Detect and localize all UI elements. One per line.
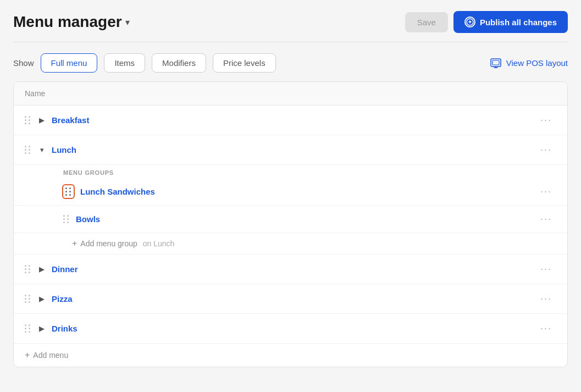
drag-dot	[25, 301, 26, 303]
menu-row-dinner: ▶ Dinner ···	[14, 255, 567, 284]
drag-dot	[63, 218, 65, 220]
filter-modifiers[interactable]: Modifiers	[152, 53, 206, 73]
plus-icon: +	[72, 239, 77, 249]
add-menu-row[interactable]: + Add menu	[14, 344, 567, 367]
upload-icon	[464, 16, 475, 27]
more-menu-dinner[interactable]: ···	[536, 261, 556, 277]
toolbar: Show Full menu Items Modifiers Price lev…	[13, 53, 568, 73]
more-menu-breakfast[interactable]: ···	[536, 112, 556, 128]
drag-dot	[25, 272, 26, 273]
publish-button[interactable]: Publish all changes	[453, 11, 568, 33]
drag-dot	[29, 123, 30, 124]
group-name-lunch-sandwiches[interactable]: Lunch Sandwiches	[80, 187, 536, 196]
expand-icon-drinks[interactable]: ▶	[36, 323, 47, 334]
drag-handle-pizza[interactable]	[25, 295, 31, 303]
menu-row-lunch: ▾ Lunch ···	[14, 135, 567, 165]
drag-dot	[67, 218, 69, 220]
drag-dot	[25, 268, 26, 270]
drag-dot	[25, 328, 26, 329]
menu-name-pizza[interactable]: Pizza	[52, 294, 536, 303]
expand-icon-lunch[interactable]: ▾	[36, 145, 47, 156]
drag-dot	[25, 295, 26, 296]
drag-dot	[25, 123, 26, 124]
header-actions: Save Publish all changes	[405, 11, 568, 33]
drag-dot	[25, 152, 26, 154]
filter-full-menu[interactable]: Full menu	[41, 53, 98, 73]
group-name-bowls[interactable]: Bowls	[76, 214, 536, 224]
menu-row-breakfast: ▶ Breakfast ···	[14, 106, 567, 135]
drag-dot	[63, 215, 65, 217]
drag-dot	[29, 295, 30, 296]
main-card: Name ▶ Breakfast ···	[13, 81, 568, 367]
save-button[interactable]: Save	[405, 12, 448, 32]
filter-price-levels[interactable]: Price levels	[213, 53, 276, 73]
more-group-bowls[interactable]: ···	[536, 211, 556, 227]
name-column-header: Name	[25, 89, 45, 98]
menu-row-pizza: ▶ Pizza ···	[14, 284, 567, 314]
add-menu-label: Add menu	[33, 351, 68, 360]
more-group-lunch-sandwiches[interactable]: ···	[536, 184, 556, 200]
drag-dot	[29, 272, 30, 273]
menu-name-lunch[interactable]: Lunch	[52, 145, 536, 154]
drag-dot	[25, 116, 26, 118]
drag-dot	[29, 331, 30, 333]
drag-dot	[29, 301, 30, 303]
filter-items[interactable]: Items	[104, 53, 145, 73]
view-pos-button[interactable]: View POS layout	[490, 57, 568, 69]
menu-name-dinner[interactable]: Dinner	[52, 264, 536, 274]
drag-dot	[69, 191, 71, 192]
drag-dot	[25, 265, 26, 267]
drag-handle-dinner[interactable]	[25, 265, 31, 273]
drag-handle-breakfast[interactable]	[25, 116, 31, 124]
drag-dot	[29, 265, 30, 267]
drag-handle-lunch[interactable]	[25, 146, 31, 154]
drag-handle-bowls[interactable]	[63, 215, 69, 223]
drag-dot	[69, 194, 71, 196]
drag-dot	[29, 328, 30, 329]
drag-grid	[25, 146, 31, 154]
drag-dot	[29, 268, 30, 270]
add-menu-group-row[interactable]: + Add menu group on Lunch	[14, 233, 567, 255]
drag-dot	[25, 324, 26, 326]
group-row-lunch-sandwiches: Lunch Sandwiches ···	[14, 178, 567, 206]
drag-dot	[65, 187, 67, 189]
drag-dot	[25, 146, 26, 147]
expand-icon-breakfast[interactable]: ▶	[36, 115, 47, 126]
add-group-on-label: on Lunch	[141, 239, 175, 248]
drag-dot	[65, 194, 67, 196]
drag-dot	[29, 149, 30, 151]
drag-handle-drinks[interactable]	[25, 324, 31, 333]
chevron-down-icon[interactable]: ▾	[125, 17, 130, 27]
expand-icon-dinner[interactable]: ▶	[36, 264, 47, 275]
title-area: Menu manager ▾	[13, 13, 130, 31]
more-menu-lunch[interactable]: ···	[536, 142, 556, 158]
drag-dot	[65, 191, 67, 192]
drag-handle-lunch-sandwiches[interactable]	[63, 185, 74, 198]
drag-grid	[25, 324, 31, 333]
drag-dot	[29, 152, 30, 154]
svg-rect-2	[493, 60, 499, 65]
drag-dot	[63, 222, 65, 223]
expand-icon-pizza[interactable]: ▶	[36, 294, 47, 305]
drag-dot	[25, 119, 26, 121]
drag-dot	[67, 215, 69, 217]
add-group-label: Add menu group	[80, 239, 137, 248]
drag-dot	[29, 146, 30, 147]
menu-groups-label: MENU GROUPS	[14, 165, 567, 178]
drag-dot	[29, 324, 30, 326]
show-filters: Show Full menu Items Modifiers Price lev…	[13, 53, 276, 73]
app-container: Menu manager ▾ Save Publish all changes …	[0, 0, 581, 392]
menu-name-drinks[interactable]: Drinks	[52, 324, 536, 333]
header: Menu manager ▾ Save Publish all changes	[13, 11, 568, 42]
drag-dot	[25, 298, 26, 300]
add-menu-plus-icon: +	[25, 350, 30, 360]
more-menu-drinks[interactable]: ···	[536, 321, 556, 336]
group-row-bowls: Bowls ···	[14, 206, 567, 233]
drag-dot	[25, 149, 26, 151]
more-menu-pizza[interactable]: ···	[536, 291, 556, 307]
pos-icon	[490, 57, 502, 69]
drag-dot	[25, 331, 26, 333]
menu-name-breakfast[interactable]: Breakfast	[52, 115, 536, 125]
drag-dot	[29, 119, 30, 121]
drag-grid	[25, 265, 31, 273]
